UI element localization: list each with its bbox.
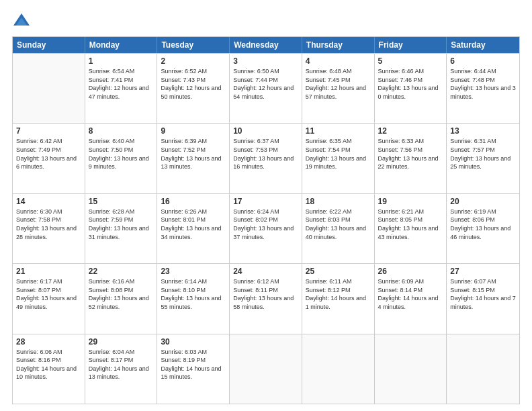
cal-cell-3-3: 16Sunrise: 6:26 AM Sunset: 8:01 PM Dayli…	[157, 194, 230, 263]
sun-info: Sunrise: 6:12 AM Sunset: 8:11 PM Dayligh…	[233, 277, 298, 311]
day-number: 21	[16, 267, 81, 276]
sun-info: Sunrise: 6:39 AM Sunset: 7:52 PM Dayligh…	[161, 137, 226, 171]
sun-info: Sunrise: 6:48 AM Sunset: 7:45 PM Dayligh…	[306, 67, 371, 101]
day-header-monday: Monday	[85, 37, 158, 53]
cal-cell-2-1: 7Sunrise: 6:42 AM Sunset: 7:49 PM Daylig…	[13, 124, 85, 193]
week-row-2: 7Sunrise: 6:42 AM Sunset: 7:49 PM Daylig…	[13, 123, 519, 193]
sun-info: Sunrise: 6:04 AM Sunset: 8:17 PM Dayligh…	[89, 348, 154, 381]
cal-cell-2-2: 8Sunrise: 6:40 AM Sunset: 7:50 PM Daylig…	[85, 124, 158, 193]
cal-cell-4-4: 24Sunrise: 6:12 AM Sunset: 8:11 PM Dayli…	[230, 264, 302, 333]
week-row-4: 21Sunrise: 6:17 AM Sunset: 8:07 PM Dayli…	[13, 263, 519, 333]
day-header-sunday: Sunday	[13, 37, 85, 53]
day-number: 16	[161, 197, 226, 206]
day-number: 22	[89, 267, 154, 276]
cal-cell-3-2: 15Sunrise: 6:28 AM Sunset: 7:59 PM Dayli…	[85, 194, 158, 263]
day-number: 20	[450, 197, 516, 206]
cal-cell-1-1	[13, 54, 85, 123]
cal-cell-1-7: 6Sunrise: 6:44 AM Sunset: 7:48 PM Daylig…	[447, 54, 519, 123]
day-number: 19	[378, 197, 443, 206]
day-number: 30	[161, 337, 226, 347]
day-header-tuesday: Tuesday	[157, 37, 230, 53]
week-row-1: 1Sunrise: 6:54 AM Sunset: 7:41 PM Daylig…	[13, 53, 519, 123]
day-number: 8	[89, 126, 154, 136]
day-number: 11	[306, 126, 371, 136]
cal-cell-2-4: 10Sunrise: 6:37 AM Sunset: 7:53 PM Dayli…	[230, 124, 302, 193]
cal-cell-4-2: 22Sunrise: 6:16 AM Sunset: 8:08 PM Dayli…	[85, 264, 158, 333]
cal-cell-5-4	[230, 334, 302, 404]
sun-info: Sunrise: 6:14 AM Sunset: 8:10 PM Dayligh…	[161, 277, 226, 311]
sun-info: Sunrise: 6:50 AM Sunset: 7:44 PM Dayligh…	[233, 67, 298, 101]
day-header-saturday: Saturday	[447, 37, 519, 53]
sun-info: Sunrise: 6:31 AM Sunset: 7:57 PM Dayligh…	[450, 137, 516, 171]
day-number: 28	[16, 337, 81, 347]
sun-info: Sunrise: 6:54 AM Sunset: 7:41 PM Dayligh…	[89, 67, 154, 101]
day-number: 26	[378, 267, 443, 276]
sun-info: Sunrise: 6:40 AM Sunset: 7:50 PM Dayligh…	[89, 137, 154, 171]
day-number: 13	[450, 126, 516, 136]
cal-cell-2-6: 12Sunrise: 6:33 AM Sunset: 7:56 PM Dayli…	[375, 124, 447, 193]
day-number: 1	[89, 56, 154, 66]
day-number: 18	[306, 197, 371, 206]
day-number: 12	[378, 126, 443, 136]
cal-cell-3-7: 20Sunrise: 6:19 AM Sunset: 8:06 PM Dayli…	[447, 194, 519, 263]
day-number: 24	[233, 267, 298, 276]
calendar: SundayMondayTuesdayWednesdayThursdayFrid…	[12, 36, 520, 404]
week-row-5: 28Sunrise: 6:06 AM Sunset: 8:16 PM Dayli…	[13, 334, 519, 404]
logo	[12, 12, 34, 31]
day-number: 25	[306, 267, 371, 276]
sun-info: Sunrise: 6:22 AM Sunset: 8:03 PM Dayligh…	[306, 208, 371, 241]
cal-cell-3-6: 19Sunrise: 6:21 AM Sunset: 8:05 PM Dayli…	[375, 194, 447, 263]
day-number: 7	[16, 126, 81, 136]
cal-cell-5-3: 30Sunrise: 6:03 AM Sunset: 8:19 PM Dayli…	[157, 334, 230, 404]
page: SundayMondayTuesdayWednesdayThursdayFrid…	[0, 0, 532, 411]
cal-cell-1-6: 5Sunrise: 6:46 AM Sunset: 7:46 PM Daylig…	[375, 54, 447, 123]
cal-cell-1-4: 3Sunrise: 6:50 AM Sunset: 7:44 PM Daylig…	[230, 54, 302, 123]
cal-cell-4-7: 27Sunrise: 6:07 AM Sunset: 8:15 PM Dayli…	[447, 264, 519, 333]
cal-cell-5-7	[447, 334, 519, 404]
sun-info: Sunrise: 6:37 AM Sunset: 7:53 PM Dayligh…	[233, 137, 298, 171]
day-number: 29	[89, 337, 154, 347]
cal-cell-3-5: 18Sunrise: 6:22 AM Sunset: 8:03 PM Dayli…	[302, 194, 375, 263]
sun-info: Sunrise: 6:17 AM Sunset: 8:07 PM Dayligh…	[16, 277, 81, 311]
cal-cell-2-3: 9Sunrise: 6:39 AM Sunset: 7:52 PM Daylig…	[157, 124, 230, 193]
day-number: 27	[450, 267, 516, 276]
sun-info: Sunrise: 6:16 AM Sunset: 8:08 PM Dayligh…	[89, 277, 154, 311]
cal-cell-5-5	[302, 334, 375, 404]
sun-info: Sunrise: 6:46 AM Sunset: 7:46 PM Dayligh…	[378, 67, 443, 101]
cal-cell-1-5: 4Sunrise: 6:48 AM Sunset: 7:45 PM Daylig…	[302, 54, 375, 123]
sun-info: Sunrise: 6:52 AM Sunset: 7:43 PM Dayligh…	[161, 67, 226, 101]
day-header-thursday: Thursday	[302, 37, 375, 53]
sun-info: Sunrise: 6:44 AM Sunset: 7:48 PM Dayligh…	[450, 67, 516, 101]
cal-cell-3-4: 17Sunrise: 6:24 AM Sunset: 8:02 PM Dayli…	[230, 194, 302, 263]
sun-info: Sunrise: 6:33 AM Sunset: 7:56 PM Dayligh…	[378, 137, 443, 171]
calendar-body: 1Sunrise: 6:54 AM Sunset: 7:41 PM Daylig…	[13, 53, 519, 404]
day-number: 4	[306, 56, 371, 66]
sun-info: Sunrise: 6:06 AM Sunset: 8:16 PM Dayligh…	[16, 348, 81, 381]
calendar-header: SundayMondayTuesdayWednesdayThursdayFrid…	[13, 37, 519, 53]
day-header-friday: Friday	[375, 37, 447, 53]
sun-info: Sunrise: 6:07 AM Sunset: 8:15 PM Dayligh…	[450, 277, 516, 311]
sun-info: Sunrise: 6:21 AM Sunset: 8:05 PM Dayligh…	[378, 208, 443, 241]
day-number: 6	[450, 56, 516, 66]
day-number: 23	[161, 267, 226, 276]
day-number: 9	[161, 126, 226, 136]
cal-cell-5-2: 29Sunrise: 6:04 AM Sunset: 8:17 PM Dayli…	[85, 334, 158, 404]
cal-cell-4-5: 25Sunrise: 6:11 AM Sunset: 8:12 PM Dayli…	[302, 264, 375, 333]
day-number: 15	[89, 197, 154, 206]
sun-info: Sunrise: 6:28 AM Sunset: 7:59 PM Dayligh…	[89, 208, 154, 241]
cal-cell-4-3: 23Sunrise: 6:14 AM Sunset: 8:10 PM Dayli…	[157, 264, 230, 333]
day-number: 17	[233, 197, 298, 206]
day-number: 10	[233, 126, 298, 136]
cal-cell-5-1: 28Sunrise: 6:06 AM Sunset: 8:16 PM Dayli…	[13, 334, 85, 404]
sun-info: Sunrise: 6:03 AM Sunset: 8:19 PM Dayligh…	[161, 348, 226, 381]
sun-info: Sunrise: 6:30 AM Sunset: 7:58 PM Dayligh…	[16, 208, 81, 241]
day-number: 14	[16, 197, 81, 206]
week-row-3: 14Sunrise: 6:30 AM Sunset: 7:58 PM Dayli…	[13, 193, 519, 263]
cal-cell-1-3: 2Sunrise: 6:52 AM Sunset: 7:43 PM Daylig…	[157, 54, 230, 123]
day-header-wednesday: Wednesday	[230, 37, 302, 53]
sun-info: Sunrise: 6:09 AM Sunset: 8:14 PM Dayligh…	[378, 277, 443, 311]
sun-info: Sunrise: 6:24 AM Sunset: 8:02 PM Dayligh…	[233, 208, 298, 241]
cal-cell-2-5: 11Sunrise: 6:35 AM Sunset: 7:54 PM Dayli…	[302, 124, 375, 193]
cal-cell-2-7: 13Sunrise: 6:31 AM Sunset: 7:57 PM Dayli…	[447, 124, 519, 193]
cal-cell-4-6: 26Sunrise: 6:09 AM Sunset: 8:14 PM Dayli…	[375, 264, 447, 333]
